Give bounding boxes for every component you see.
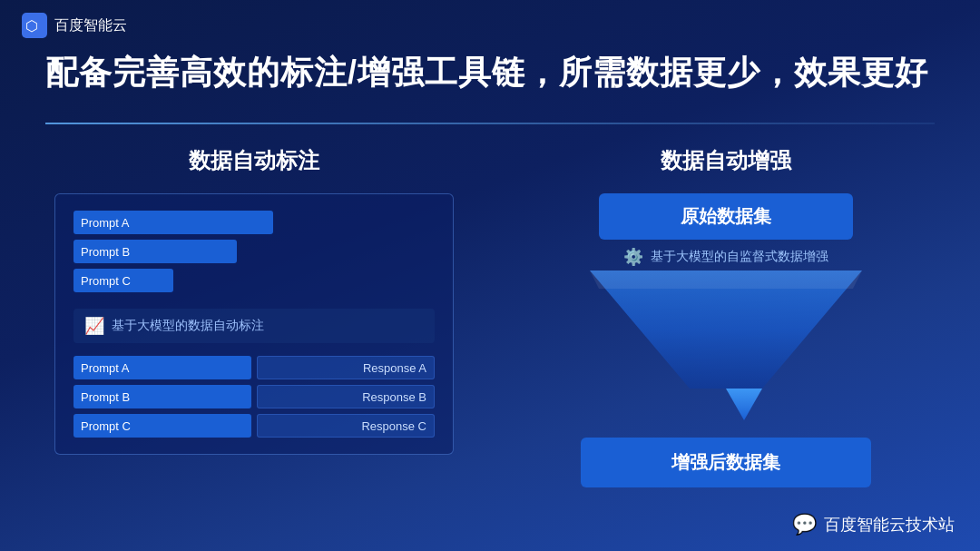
prompt-a-top-label: Prompt A bbox=[81, 216, 129, 230]
prompt-a-bottom: Prompt A bbox=[74, 356, 251, 379]
header: ⬡ 百度智能云 bbox=[0, 0, 980, 51]
funnel-label: ⚙️ 基于大模型的自监督式数据增强 bbox=[623, 247, 828, 267]
footer-text: 百度智能云技术站 bbox=[824, 514, 955, 536]
response-grid: Prompt A Response A Prompt B Response B … bbox=[74, 356, 435, 438]
prompt-bar-b-top: Prompt B bbox=[74, 240, 237, 263]
augmented-dataset-box: 增强后数据集 bbox=[581, 438, 871, 487]
gear-icon: ⚙️ bbox=[623, 247, 643, 267]
left-panel-title: 数据自动标注 bbox=[189, 146, 319, 175]
middle-label: 📈 基于大模型的数据自动标注 bbox=[74, 309, 435, 343]
main-title: 配备完善高效的标注/增强工具链，所需数据更少，效果更好 bbox=[0, 51, 980, 95]
prompt-c-top-label: Prompt C bbox=[81, 274, 131, 288]
funnel-svg bbox=[581, 271, 871, 434]
right-panel-title: 数据自动增强 bbox=[661, 146, 791, 175]
svg-marker-2 bbox=[726, 389, 762, 420]
response-c: Response C bbox=[257, 414, 435, 438]
content-area: 数据自动标注 Prompt A Prompt B Prompt C 📈 基于大模… bbox=[0, 146, 980, 491]
funnel-container: 原始数据集 ⚙️ 基于大模型的自监督式数据增强 bbox=[508, 193, 944, 487]
svg-text:⬡: ⬡ bbox=[25, 18, 38, 34]
baidu-logo-icon: ⬡ bbox=[22, 13, 47, 38]
response-a: Response A bbox=[257, 356, 435, 379]
prompt-b-top-label: Prompt B bbox=[81, 245, 130, 259]
left-panel-annotation: 数据自动标注 Prompt A Prompt B Prompt C 📈 基于大模… bbox=[36, 146, 472, 491]
right-panel-augmentation: 数据自动增强 原始数据集 ⚙️ 基于大模型的自监督式数据增强 bbox=[508, 146, 944, 491]
title-divider bbox=[45, 123, 935, 124]
response-b: Response B bbox=[257, 385, 435, 408]
funnel-visual bbox=[581, 271, 871, 434]
logo-text: 百度智能云 bbox=[54, 16, 127, 35]
prompt-c-bottom: Prompt C bbox=[74, 414, 251, 438]
middle-label-text: 基于大模型的数据自动标注 bbox=[112, 318, 264, 334]
wechat-icon: 💬 bbox=[792, 513, 817, 536]
prompt-bar-c-top: Prompt C bbox=[74, 269, 173, 292]
original-dataset-box: 原始数据集 bbox=[599, 193, 853, 240]
chart-icon: 📈 bbox=[84, 316, 104, 336]
top-prompt-section: Prompt A Prompt B Prompt C bbox=[74, 211, 435, 292]
prompt-bar-a-top: Prompt A bbox=[74, 211, 273, 234]
footer: 💬 百度智能云技术站 bbox=[792, 513, 955, 536]
prompt-b-bottom: Prompt B bbox=[74, 385, 251, 408]
funnel-label-text: 基于大模型的自监督式数据增强 bbox=[651, 249, 828, 265]
annotation-box: Prompt A Prompt B Prompt C 📈 基于大模型的数据自动标… bbox=[54, 193, 454, 455]
